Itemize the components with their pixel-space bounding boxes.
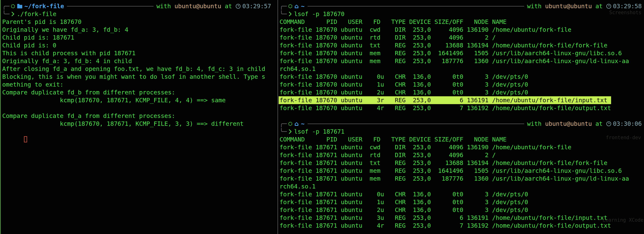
prompt-arrow-icon: [289, 11, 292, 17]
output-line: fork-file 187671 ubuntu cwd DIR 253,0 40…: [280, 143, 644, 151]
with-label: with: [527, 120, 542, 127]
prompt-separator-line: [67, 6, 153, 6]
output-line: Child pid is: 0: [2, 41, 278, 49]
clock-icon: [606, 4, 611, 9]
command-text: lsof -p 187670: [294, 10, 345, 17]
at-label: at: [596, 120, 603, 127]
prompt-header: ╭─ ⌂ ~ with ubuntu@ubuntu at 03:29:58: [280, 2, 644, 10]
program-output: Parent's pid is 187670Originally we have…: [2, 18, 278, 128]
output-line: fork-file 187670 ubuntu mem REG 253,0 18…: [280, 57, 644, 65]
output-line: fork-file 187671 ubuntu 2u CHR 136,0 0t0…: [280, 206, 644, 214]
prompt-corner-top: ╭─: [280, 120, 287, 127]
output-line: Parent's pid is 187670: [2, 18, 278, 26]
with-label: with: [156, 2, 171, 10]
current-directory: ~: [301, 120, 304, 127]
command-line: ╰─ ./fork-file: [2, 10, 278, 18]
output-line: fork-file 187670 ubuntu 0u CHR 136,0 0t0…: [280, 73, 644, 81]
prompt-corner-bottom: ╰─: [280, 10, 287, 17]
output-line: fork-file 187670 ubuntu 2u CHR 136,0 0t0…: [280, 89, 644, 96]
home-icon: ⌂: [294, 2, 299, 10]
home-icon: ⌂: [294, 120, 299, 127]
user-host: ubuntu@ubuntu: [545, 120, 592, 127]
prompt-corner-top: ╭─: [280, 2, 287, 10]
prompt-header: ╭─ ⌂ ~ with ubuntu@ubuntu at 03:30:06: [280, 120, 644, 128]
prompt-corner-top: ╭─: [2, 2, 10, 10]
output-line: fork-file 187670 ubuntu cwd DIR 253,0 40…: [280, 26, 644, 34]
prompt-time: 03:29:58: [613, 2, 642, 10]
command-line: ╰─ lsof -p 187671: [280, 128, 644, 135]
prompt-header: ╭─ ~/fork-file with ubuntu@ubuntu at 03:…: [2, 2, 278, 10]
folder-icon: [17, 5, 22, 8]
at-label: at: [225, 2, 232, 10]
prompt-arrow-icon: [289, 129, 292, 134]
output-line: fork-file 187671 ubuntu mem REG 253,0 18…: [280, 175, 644, 183]
clock-icon: [236, 4, 241, 9]
prompt-time: 03:30:06: [613, 120, 642, 127]
output-line: fork-file 187671 ubuntu 4r REG 253,0 7 1…: [280, 222, 644, 230]
output-line: fork-file 187671 ubuntu txt REG 253,0 13…: [280, 159, 644, 167]
output-line: Originally we have fd_a: 3, fd_b: 4: [2, 26, 278, 34]
cursor-line: [2, 128, 278, 135]
output-line: COMMAND PID USER FD TYPE DEVICE SIZE/OFF…: [280, 18, 644, 26]
output-line: fork-file 187670 ubuntu 4r REG 253,0 7 1…: [280, 104, 644, 112]
output-line: This is child process with pid 187671: [2, 49, 278, 57]
cursor-block: [24, 136, 27, 142]
output-line: [2, 104, 278, 112]
output-line: fork-file 187671 ubuntu 3u REG 253,0 6 1…: [280, 214, 644, 222]
output-line: fork-file 187670 ubuntu rtd DIR 253,0 40…: [280, 34, 644, 41]
at-label: at: [596, 2, 603, 10]
output-line: fork-file 187671 ubuntu rtd DIR 253,0 40…: [280, 151, 644, 159]
output-line: kcmp(187670, 187671, KCMP_FILE, 4, 4) ==…: [2, 96, 278, 104]
ubuntu-logo-icon: [288, 122, 292, 126]
output-line: kcmp(187670, 187671, KCMP_FILE, 3, 3) ==…: [2, 120, 278, 128]
user-host: ubuntu@ubuntu: [174, 2, 221, 10]
command-line: ╰─ lsof -p 187670: [280, 10, 644, 18]
output-line: rch64.so.1: [280, 183, 644, 190]
output-line: Compare duplicate fd_a from different pr…: [2, 112, 278, 120]
lsof-output-187671: COMMAND PID USER FD TYPE DEVICE SIZE/OFF…: [280, 135, 644, 230]
blank-line: [280, 112, 644, 120]
ubuntu-logo-icon: [288, 4, 292, 8]
current-directory: ~: [301, 2, 304, 10]
output-line: Child pid is: 187671: [2, 34, 278, 41]
output-line: fork-file 187670 ubuntu txt REG 253,0 13…: [280, 41, 644, 49]
output-line: rch64.so.1: [280, 65, 644, 73]
output-line: Compare duplicate fd_b from different pr…: [2, 89, 278, 96]
output-line: fork-file 187671 ubuntu 0u CHR 136,0 0t0…: [280, 190, 644, 198]
output-line: fork-file 187671 ubuntu mem REG 253,0 16…: [280, 167, 644, 175]
output-line: Originally fd_a: 3, fd_b: 4 in child: [2, 57, 278, 65]
command-text: ./fork-file: [17, 10, 56, 17]
prompt-corner-bottom: ╰─: [280, 128, 287, 135]
user-host: ubuntu@ubuntu: [545, 2, 592, 10]
prompt-separator-line: [308, 6, 524, 6]
output-line: fork-file 187670 ubuntu 3r REG 253,0 6 1…: [280, 96, 644, 104]
prompt-separator-line: [308, 123, 524, 124]
output-line: After closing fd_a and opening foo.txt, …: [2, 65, 278, 73]
terminal-window: ╭─ ~/fork-file with ubuntu@ubuntu at 03:…: [0, 0, 644, 234]
lsof-output-187670: COMMAND PID USER FD TYPE DEVICE SIZE/OFF…: [280, 18, 644, 112]
current-directory: ~/fork-file: [24, 2, 64, 10]
command-text: lsof -p 187671: [294, 128, 345, 135]
output-line: fork-file 187670 ubuntu 1u CHR 136,0 0t0…: [280, 81, 644, 89]
output-line: omething to exit:: [2, 81, 278, 89]
terminal-pane-fork-file[interactable]: ╭─ ~/fork-file with ubuntu@ubuntu at 03:…: [1, 0, 278, 234]
output-line: fork-file 187671 ubuntu 1u CHR 136,0 0t0…: [280, 198, 644, 206]
output-line: fork-file 187670 ubuntu mem REG 253,0 16…: [280, 49, 644, 57]
clock-icon: [606, 121, 611, 126]
prompt-corner-bottom: ╰─: [2, 10, 10, 17]
prompt-time: 03:29:57: [242, 2, 271, 10]
prompt-arrow-icon: [12, 11, 14, 17]
terminal-pane-lsof[interactable]: ╭─ ⌂ ~ with ubuntu@ubuntu at 03:29:58 ╰─…: [278, 0, 644, 234]
output-line: Blocking, this is when you might want to…: [2, 73, 278, 81]
ubuntu-logo-icon: [11, 4, 15, 8]
output-line: COMMAND PID USER FD TYPE DEVICE SIZE/OFF…: [280, 135, 644, 143]
with-label: with: [527, 2, 542, 10]
